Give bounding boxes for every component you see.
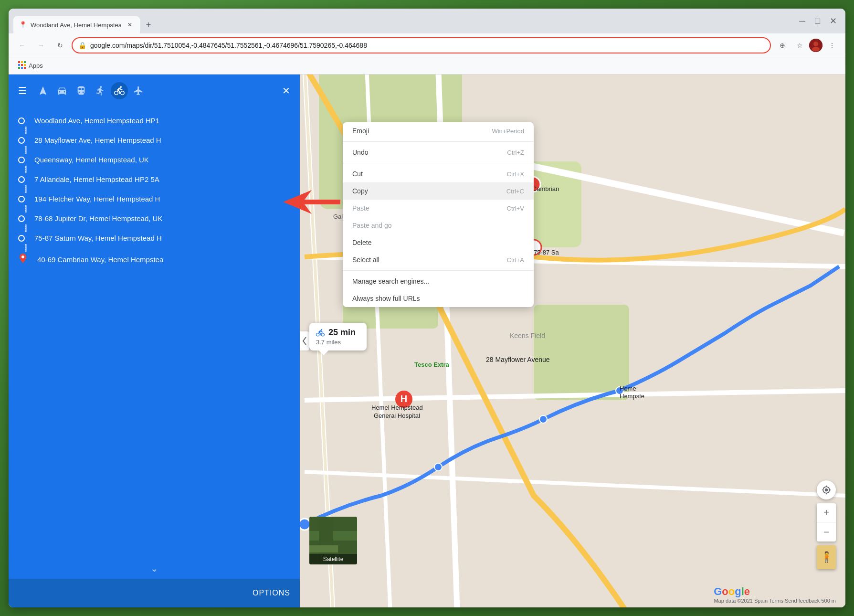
transport-mode-selector [34,82,147,99]
close-sidebar-button[interactable]: ✕ [282,85,290,96]
context-menu-show-urls[interactable]: Always show full URLs [343,290,534,307]
menu-separator-3 [343,270,534,271]
bookmarks-bar: Apps [9,57,845,74]
context-menu-cut[interactable]: Cut Ctrl+X [343,165,534,182]
svg-rect-7 [21,64,23,66]
paste-go-label: Paste and go [352,222,392,229]
google-g: G [714,585,722,597]
back-button[interactable]: ← [14,38,30,53]
map-attribution: Map data ©2021 Spain Terms Send feedback… [714,598,836,604]
svg-point-1 [813,42,818,46]
cut-label: Cut [352,170,363,178]
emoji-shortcut: Win+Period [492,127,524,135]
route-list: Woodland Ave, Hemel Hempstead HP1 28 May… [9,107,300,275]
route-tooltip: 25 min 3.7 miles [309,323,367,350]
context-menu-paste: Paste Ctrl+V [343,200,534,217]
context-menu-emoji[interactable]: Emoji Win+Period [343,122,534,139]
route-dot-3 [18,176,25,183]
svg-text:Heme: Heme [620,385,636,392]
maximize-button[interactable]: □ [812,15,823,27]
delete-label: Delete [352,239,371,246]
context-menu-manage-search[interactable]: Manage search engines... [343,273,534,290]
route-stop-6[interactable]: 75-87 Saturn Way, Hemel Hempstead H [9,228,300,248]
satellite-label: Satellite [309,554,357,564]
address-bar[interactable]: 🔒 google.com/maps/dir/51.7510054,-0.4847… [72,37,771,53]
tab-close-button[interactable]: ✕ [126,21,134,29]
route-stop-1[interactable]: 28 Mayflower Ave, Hemel Hempstead H [9,130,300,150]
close-button[interactable]: ✕ [827,15,840,27]
route-stop-5[interactable]: 78-68 Jupiter Dr, Hemel Hempstead, UK [9,209,300,228]
svg-marker-45 [283,190,340,214]
window-controls: ─ □ ✕ [796,15,840,27]
route-stop-2[interactable]: Queensway, Hemel Hempstead, UK [9,150,300,170]
route-stop-7[interactable]: 40-69 Cambrian Way, Hemel Hempstea [9,248,300,271]
context-menu-paste-go: Paste and go [343,217,534,234]
route-stop-label-4: 194 Fletcher Way, Hemel Hempstead H [34,195,160,203]
select-all-label: Select all [352,256,380,264]
my-location-button[interactable] [817,480,836,499]
minimize-button[interactable]: ─ [796,15,808,27]
svg-point-25 [299,519,310,530]
google-g2: g [735,585,741,597]
route-stop-0[interactable]: Woodland Ave, Hemel Hempstead HP1 [9,111,300,130]
content-area: H B487 Keens Field Tesco Extra Galley H … [9,74,845,607]
zoom-in-button[interactable]: + [817,503,836,522]
route-dot-1 [18,137,25,144]
forward-button[interactable]: → [33,38,49,53]
sidebar-toggle-button[interactable] [300,331,309,350]
transport-flying-button[interactable] [130,82,147,99]
context-menu-copy[interactable]: Copy Ctrl+C [343,182,534,200]
title-bar: 📍 Woodland Ave, Hemel Hempstea ✕ + ─ □ ✕ [9,9,845,33]
menu-separator-1 [343,141,534,142]
reload-button[interactable]: ↻ [53,38,68,53]
svg-point-44 [21,255,24,258]
tooltip-time: 25 min [316,328,360,338]
zoom-out-button[interactable]: − [817,522,836,542]
transport-driving-button[interactable] [53,82,71,99]
svg-rect-49 [309,545,338,552]
select-all-shortcut: Ctrl+A [507,256,524,264]
svg-point-2 [812,47,820,52]
transport-cycling-button[interactable] [111,82,128,99]
svg-rect-3 [18,61,20,63]
new-tab-button[interactable]: + [142,18,155,32]
route-stop-label-7: 40-69 Cambrian Way, Hemel Hempstea [37,255,163,264]
manage-search-label: Manage search engines... [352,277,429,285]
route-stop-4[interactable]: 194 Fletcher Way, Hemel Hempstead H [9,189,300,209]
add-tab-icon[interactable]: ⊕ [775,38,790,53]
satellite-toggle[interactable]: Satellite [309,517,357,564]
apps-bookmark[interactable]: Apps [14,59,47,72]
route-stop-3[interactable]: 7 Allandale, Hemel Hempstead HP2 5A [9,170,300,189]
more-options-button[interactable]: ⋮ [824,38,840,53]
svg-rect-16 [534,305,629,400]
bookmark-icon[interactable]: ☆ [792,38,807,53]
map-controls: + − 🧍 [817,480,836,569]
context-menu-delete[interactable]: Delete [343,234,534,251]
options-button[interactable]: OPTIONS [253,589,290,597]
route-dot-start [18,117,25,124]
lock-icon: 🔒 [78,42,86,49]
hamburger-menu-button[interactable]: ☰ [18,85,27,96]
svg-rect-6 [18,64,20,66]
svg-text:28 Mayflower Avenue: 28 Mayflower Avenue [486,356,550,363]
transport-directions-button[interactable] [34,82,52,99]
undo-label: Undo [352,149,368,156]
scroll-indicator: ⌄ [150,563,158,574]
paste-shortcut: Ctrl+V [507,205,524,212]
route-stop-label-5: 78-68 Jupiter Dr, Hemel Hempstead, UK [34,214,162,223]
google-o2: o [728,585,735,597]
route-stop-label-1: 28 Mayflower Ave, Hemel Hempstead H [34,136,161,144]
context-menu-select-all[interactable]: Select all Ctrl+A [343,251,534,268]
transport-walking-button[interactable] [92,82,109,99]
svg-text:75-87 Sa: 75-87 Sa [534,249,559,256]
context-menu: Emoji Win+Period Undo Ctrl+Z Cut Ctrl+X … [343,122,534,307]
route-dot-5 [18,215,25,222]
svg-point-27 [539,415,547,423]
browser-tab[interactable]: 📍 Woodland Ave, Hemel Hempstea ✕ [13,16,140,33]
context-menu-undo[interactable]: Undo Ctrl+Z [343,144,534,161]
red-arrow-svg [283,190,340,214]
user-avatar[interactable] [809,39,822,52]
transport-transit-button[interactable] [73,82,90,99]
svg-text:Hempste: Hempste [620,393,644,400]
street-view-button[interactable]: 🧍 [817,545,836,569]
